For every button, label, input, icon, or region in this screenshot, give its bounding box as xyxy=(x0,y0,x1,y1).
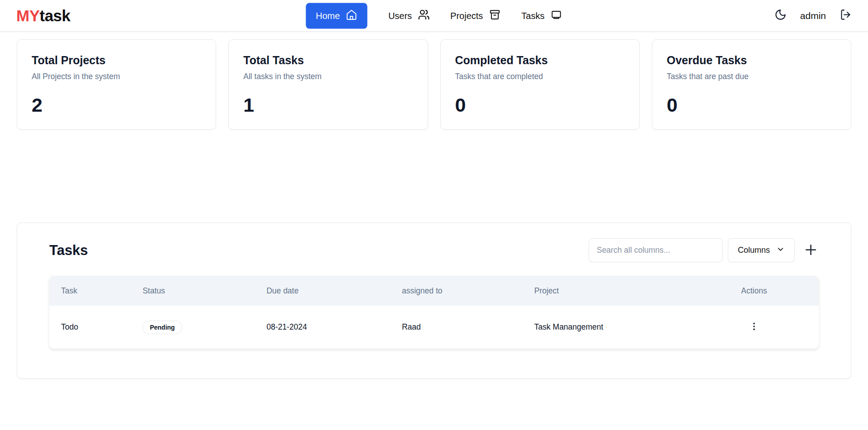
nav-item-users[interactable]: Users xyxy=(388,9,429,23)
header-task: Task xyxy=(49,286,131,296)
table-controls: Columns xyxy=(589,238,819,262)
cell-actions xyxy=(689,320,819,335)
nav-item-projects[interactable]: Projects xyxy=(450,9,500,23)
stat-value: 1 xyxy=(243,94,413,116)
users-icon xyxy=(418,9,429,23)
main-navigation: Home Users Projects Tasks xyxy=(306,3,562,28)
columns-dropdown-button[interactable]: Columns xyxy=(728,238,795,262)
nav-tasks-label: Tasks xyxy=(521,10,544,21)
nav-users-label: Users xyxy=(388,10,412,21)
stat-title: Total Tasks xyxy=(243,54,413,67)
status-badge: Pending xyxy=(142,321,182,334)
stat-value: 0 xyxy=(455,94,625,116)
stat-title: Completed Tasks xyxy=(455,54,625,67)
stat-subtitle: All Projects in the system xyxy=(32,72,201,81)
add-task-button[interactable] xyxy=(803,242,819,259)
cell-assigned-to: Raad xyxy=(390,322,523,332)
columns-button-label: Columns xyxy=(738,246,770,255)
stat-subtitle: Tasks that are past due xyxy=(667,72,836,81)
stat-card-total-projects: Total Projects All Projects in the syste… xyxy=(17,39,216,130)
tasks-panel-header: Tasks Columns xyxy=(49,238,819,262)
tasks-table: Task Status Due date assigned to Project… xyxy=(49,276,819,349)
nav-item-home[interactable]: Home xyxy=(306,3,368,28)
stat-card-total-tasks: Total Tasks All tasks in the system 1 xyxy=(228,39,428,130)
stat-value: 2 xyxy=(32,94,201,116)
nav-projects-label: Projects xyxy=(450,10,483,21)
stat-subtitle: All tasks in the system xyxy=(243,72,413,81)
row-actions-kebab-button[interactable] xyxy=(747,320,761,335)
header-status: Status xyxy=(131,286,255,296)
stats-card-row: Total Projects All Projects in the syste… xyxy=(0,32,868,130)
logo-suffix: task xyxy=(40,7,71,24)
cell-status: Pending xyxy=(131,321,255,334)
cell-project: Task Manangement xyxy=(523,322,689,332)
table-row: Todo Pending 08-21-2024 Raad Task Manang… xyxy=(49,306,819,349)
navbar-right-group: admin xyxy=(774,9,852,23)
tray-icon xyxy=(550,9,562,23)
dark-mode-toggle-moon-icon[interactable] xyxy=(774,9,787,23)
cell-due-date: 08-21-2024 xyxy=(255,322,390,332)
header-assigned-to: assigned to xyxy=(390,286,523,296)
stat-title: Total Projects xyxy=(32,54,201,67)
tasks-panel: Tasks Columns Task Status Due date assig… xyxy=(17,222,851,379)
logged-in-username: admin xyxy=(800,10,826,21)
nav-item-tasks[interactable]: Tasks xyxy=(521,9,562,23)
header-due-date: Due date xyxy=(255,286,390,296)
logout-icon[interactable] xyxy=(840,9,852,23)
stat-subtitle: Tasks that are completed xyxy=(455,72,625,81)
plus-icon xyxy=(804,243,818,258)
tasks-panel-title: Tasks xyxy=(49,242,88,259)
header-project: Project xyxy=(523,286,689,296)
logo-prefix: MY xyxy=(16,7,40,24)
header-actions: Actions xyxy=(689,286,819,296)
table-header-row: Task Status Due date assigned to Project… xyxy=(49,276,819,306)
chevron-down-icon xyxy=(776,245,785,256)
cell-task: Todo xyxy=(49,322,131,332)
nav-home-label: Home xyxy=(316,10,340,21)
home-icon xyxy=(346,9,358,23)
stat-value: 0 xyxy=(667,94,836,116)
kebab-menu-icon xyxy=(749,326,759,333)
stat-title: Overdue Tasks xyxy=(667,54,836,67)
app-logo[interactable]: MYtask xyxy=(16,7,71,25)
top-navbar: MYtask Home Users Projects Tasks xyxy=(0,0,868,32)
stat-card-completed-tasks: Completed Tasks Tasks that are completed… xyxy=(440,39,640,130)
search-input[interactable] xyxy=(589,238,722,262)
archive-icon xyxy=(489,9,500,23)
stat-card-overdue-tasks: Overdue Tasks Tasks that are past due 0 xyxy=(652,39,851,130)
